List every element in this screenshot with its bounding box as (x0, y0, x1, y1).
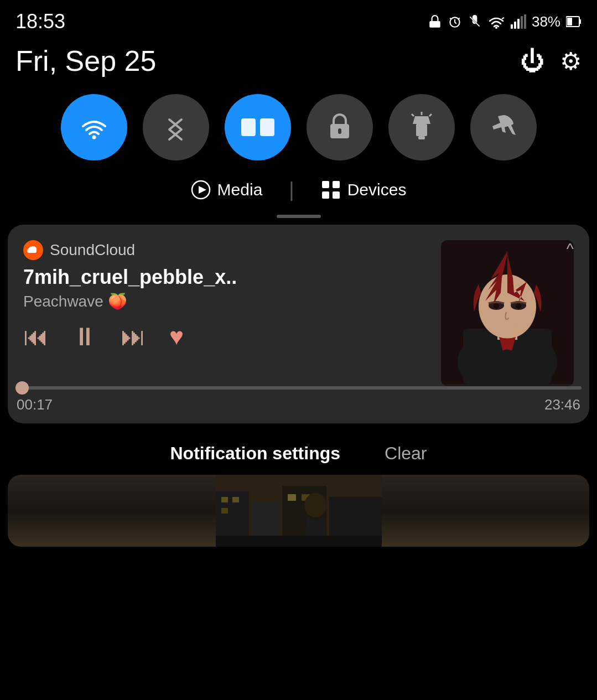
alarm-icon (448, 14, 462, 29)
current-time: 00:17 (17, 396, 53, 413)
svg-rect-52 (216, 536, 382, 547)
date-display: Fri, Sep 25 (15, 44, 156, 77)
battery-percentage: 38% (532, 13, 560, 30)
notification-settings-row: Notification settings Clear (0, 423, 597, 475)
svg-line-22 (412, 114, 414, 116)
svg-point-39 (516, 303, 521, 309)
soundcloud-app-icon (23, 240, 43, 260)
like-button[interactable]: ♥ (169, 323, 184, 350)
svg-rect-26 (322, 181, 329, 188)
bluetooth-toggle[interactable] (143, 94, 209, 160)
progress-bar[interactable] (15, 386, 582, 390)
progress-container: 00:17 23:46 (8, 386, 589, 423)
svg-point-13 (92, 136, 96, 139)
svg-rect-15 (260, 118, 274, 136)
track-artist: Peachwave 🍑 (23, 292, 430, 310)
power-icon[interactable]: ⏻ (520, 47, 544, 75)
wifi-status-icon (487, 14, 505, 29)
status-bar: 18:53 38% (0, 0, 597, 39)
svg-rect-20 (418, 136, 425, 139)
svg-rect-8 (521, 16, 523, 29)
app-row: SoundCloud (23, 240, 430, 260)
dolby-toggle[interactable] (225, 94, 291, 160)
svg-marker-18 (413, 116, 430, 124)
torch-toggle[interactable] (388, 94, 455, 160)
svg-rect-11 (579, 19, 581, 24)
soundcloud-notification: SoundCloud 7mih_cruel_pebble_x.. Peachwa… (8, 225, 589, 423)
app-name: SoundCloud (50, 241, 135, 259)
media-button[interactable]: Media (191, 180, 263, 200)
track-title: 7mih_cruel_pebble_x.. (23, 266, 430, 289)
svg-rect-29 (333, 191, 340, 199)
media-devices-row: Media | Devices (0, 172, 597, 212)
status-time: 18:53 (15, 10, 65, 33)
svg-rect-0 (429, 21, 440, 28)
svg-rect-19 (416, 124, 427, 136)
wifi-toggle[interactable] (61, 94, 127, 160)
airplane-toggle[interactable] (470, 94, 537, 160)
svg-marker-25 (199, 186, 206, 194)
date-row: Fri, Sep 25 ⏻ ⚙ (0, 39, 597, 89)
notification-settings-label[interactable]: Notification settings (170, 443, 340, 464)
svg-rect-7 (517, 19, 520, 29)
mute-icon (468, 14, 482, 29)
devices-label: Devices (347, 180, 407, 199)
date-actions: ⏻ ⚙ (520, 47, 582, 75)
svg-rect-17 (338, 128, 341, 134)
album-art (441, 240, 574, 386)
card-content: SoundCloud 7mih_cruel_pebble_x.. Peachwa… (23, 240, 430, 386)
svg-line-23 (429, 114, 432, 116)
peek-image (8, 475, 589, 547)
clear-button[interactable]: Clear (385, 443, 427, 464)
status-icons: 38% (428, 13, 582, 30)
divider: | (289, 178, 294, 201)
total-time: 23:46 (544, 396, 580, 413)
svg-rect-12 (567, 18, 572, 25)
svg-point-51 (304, 493, 326, 517)
svg-rect-5 (511, 24, 513, 29)
svg-rect-49 (288, 494, 296, 501)
progress-fill (15, 386, 22, 390)
svg-rect-28 (322, 191, 329, 199)
media-controls: ⏮ ⏸ ⏭ ♥ (23, 322, 430, 351)
drag-handle (0, 212, 597, 225)
svg-rect-6 (514, 22, 516, 29)
bottom-notification-peek (8, 475, 589, 547)
devices-button[interactable]: Devices (321, 180, 407, 200)
svg-rect-46 (221, 497, 228, 502)
pause-button[interactable]: ⏸ (72, 322, 97, 351)
card-inner: SoundCloud 7mih_cruel_pebble_x.. Peachwa… (8, 225, 589, 386)
signal-icon (511, 14, 526, 29)
time-row: 00:17 23:46 (15, 396, 582, 413)
quick-settings-row (0, 89, 597, 172)
battery-icon (566, 15, 582, 28)
next-button[interactable]: ⏭ (121, 322, 146, 351)
svg-point-38 (494, 303, 499, 309)
svg-rect-9 (524, 14, 526, 29)
svg-rect-47 (232, 497, 239, 502)
svg-rect-14 (241, 118, 256, 136)
media-label: Media (217, 180, 263, 199)
prev-button[interactable]: ⏮ (23, 322, 49, 351)
svg-point-40 (494, 322, 516, 335)
svg-rect-48 (221, 508, 228, 514)
svg-point-4 (495, 27, 497, 29)
progress-dot (15, 381, 29, 395)
screen-lock-toggle[interactable] (307, 94, 373, 160)
expand-icon[interactable]: ^ (567, 240, 574, 258)
lock-status-icon (428, 14, 442, 29)
settings-icon[interactable]: ⚙ (560, 47, 582, 75)
svg-rect-27 (333, 181, 340, 188)
